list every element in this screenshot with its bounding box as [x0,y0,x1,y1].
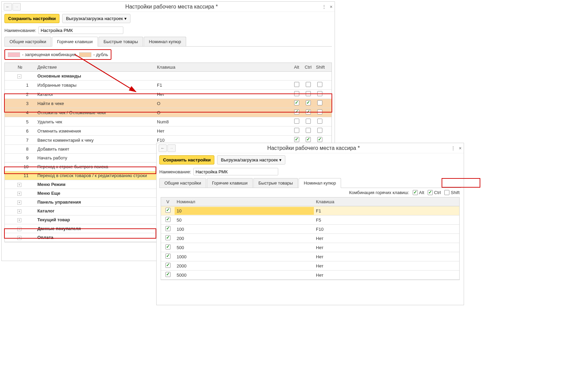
tab-hotkeys[interactable]: Горячие клавиши [52,37,98,47]
checkbox[interactable] [317,119,322,124]
checkbox[interactable] [306,109,311,115]
cell-key: F5 [314,216,457,224]
name-label: Наименование: [159,169,191,174]
expander-icon[interactable]: − [17,74,21,79]
group-title: Данные покупателя [35,225,155,232]
tab-denominations[interactable]: Номинал купюр [144,37,186,46]
table-row[interactable]: 200Нет [161,234,459,243]
checkbox[interactable] [294,128,299,133]
expander-icon[interactable]: + [17,183,21,187]
checkbox[interactable] [294,137,299,142]
checkbox[interactable] [165,272,171,277]
table-row[interactable]: 1Избранные товарыF1 [5,81,332,90]
cell-num: 4 [5,109,35,117]
swatch-duplicate [79,52,91,57]
checkbox[interactable] [165,235,171,240]
table-row[interactable]: 2КаталогНет [5,90,332,99]
checkbox[interactable] [317,109,322,115]
checkbox[interactable] [165,254,171,259]
checkbox[interactable] [317,100,322,105]
group-row[interactable]: −Основные команды [5,72,332,81]
save-button[interactable]: Сохранить настройки [4,14,59,23]
expander-icon[interactable]: + [17,192,21,196]
cell-num: 8 [5,145,35,153]
tab-quick-goods[interactable]: Быстрые товары [253,178,298,188]
denominations-grid: V Номинал Клавиша 10F150F5100F10200Нет50… [161,197,460,280]
tab-quick-goods[interactable]: Быстрые товары [99,37,143,46]
checkbox[interactable] [165,263,171,268]
nav-forward-button[interactable]: → [167,144,176,152]
cell-key: Нет [314,244,457,252]
checkbox[interactable] [165,217,171,222]
checkbox[interactable] [165,208,171,213]
cell-key: O [155,109,291,117]
col-key: Клавиша [155,63,291,71]
expander-icon[interactable]: + [17,209,21,213]
tab-denominations[interactable]: Номинал купюр [299,178,341,188]
checkbox[interactable] [294,100,299,105]
close-icon[interactable]: × [459,145,462,151]
cell-key: Нет [314,271,457,279]
checkbox[interactable] [317,91,322,96]
combo-alt[interactable]: Alt [413,190,424,195]
export-button[interactable]: Выгрузка/загрузка настроек ▾ [217,155,285,164]
more-icon[interactable]: ⋮ [451,145,456,151]
expander-icon[interactable]: + [17,236,21,240]
table-row[interactable]: 500Нет [161,243,459,252]
table-row[interactable]: 3Найти в чекеO [5,99,332,108]
checkbox[interactable] [306,100,311,105]
table-row[interactable]: 5000Нет [161,271,459,280]
checkbox[interactable] [317,137,322,142]
combo-ctrl[interactable]: Ctrl [428,190,441,195]
checkbox[interactable] [306,128,311,133]
table-row[interactable]: 10F1 [161,206,459,215]
close-icon[interactable]: × [330,4,333,10]
cell-num: 9 [5,154,35,162]
table-row[interactable]: 100F10 [161,225,459,234]
checkbox[interactable] [294,109,299,115]
name-input[interactable] [193,168,278,175]
tabs: Общие настройки Горячие клавиши Быстрые … [4,37,332,47]
tab-hotkeys[interactable]: Горячие клавиши [207,178,253,188]
cell-nominal: 5000 [175,271,314,279]
table-row[interactable]: 2000Нет [161,261,459,271]
table-row[interactable]: 5Удалить чекNum8 [5,117,332,126]
group-title: Каталог [35,207,155,215]
table-row[interactable]: 1000Нет [161,252,459,261]
cell-action: Отменить изменения [35,127,155,135]
checkbox[interactable] [317,128,322,133]
name-input[interactable] [38,27,123,34]
tab-general[interactable]: Общие настройки [159,178,206,188]
export-button[interactable]: Выгрузка/загрузка настроек ▾ [62,14,130,23]
cell-num: 2 [5,90,35,98]
nav-forward-button[interactable]: → [13,3,21,11]
more-icon[interactable]: ⋮ [322,4,326,10]
save-button[interactable]: Сохранить настройки [159,155,214,164]
nav-back-button[interactable]: ← [4,3,12,11]
tab-general[interactable]: Общие настройки [4,37,51,46]
checkbox[interactable] [165,244,171,249]
checkbox[interactable] [317,82,322,87]
checkbox[interactable] [294,91,299,96]
checkbox[interactable] [294,119,299,124]
cell-num: 3 [5,100,35,107]
cell-num: 7 [5,136,35,144]
expander-icon[interactable]: + [17,201,21,205]
expander-icon[interactable]: + [17,227,21,231]
table-row[interactable]: 6Отменить измененияНет [5,126,332,136]
table-row[interactable]: 50F5 [161,215,459,225]
combo-shift[interactable]: Shift [444,190,460,195]
expander-icon[interactable]: + [17,218,21,222]
col-nominal: Номинал [175,198,314,206]
checkbox[interactable] [294,82,299,87]
cell-action: Избранные товары [35,81,155,89]
checkbox[interactable] [306,119,311,124]
cell-key: F1 [314,207,457,215]
nav-back-button[interactable]: ← [159,144,167,152]
checkbox[interactable] [165,226,171,231]
col-v: V [161,198,175,206]
table-row[interactable]: 4Отложить чек / Отложенные чекиO [5,108,332,117]
checkbox[interactable] [306,91,311,96]
checkbox[interactable] [306,137,311,142]
checkbox[interactable] [306,82,311,87]
